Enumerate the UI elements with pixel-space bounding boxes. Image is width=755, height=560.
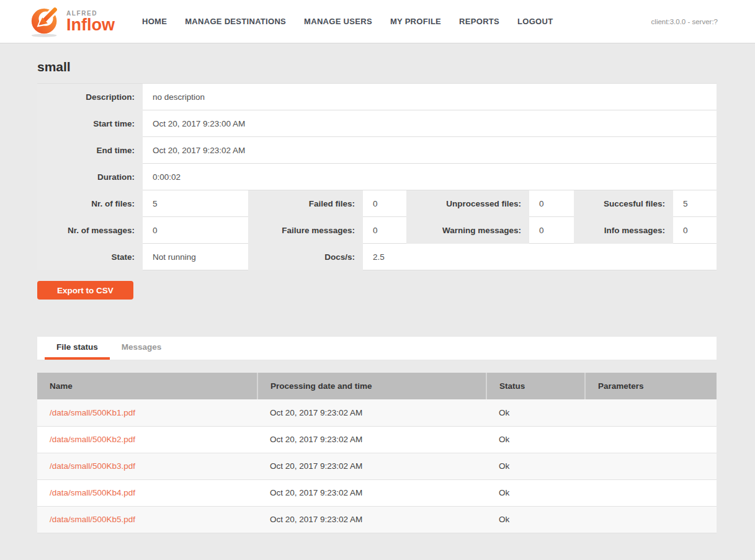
file-datetime: Oct 20, 2017 9:23:02 AM: [257, 399, 486, 426]
file-parameters: [585, 453, 717, 479]
table-row: /data/small/500Kb2.pdf Oct 20, 2017 9:23…: [37, 426, 717, 453]
file-link[interactable]: /data/small/500Kb1.pdf: [50, 408, 135, 417]
state-value: Not running: [143, 244, 248, 270]
nav-home[interactable]: HOME: [142, 17, 167, 26]
file-link[interactable]: /data/small/500Kb3.pdf: [50, 461, 135, 471]
table-row: /data/small/500Kb4.pdf Oct 20, 2017 9:23…: [37, 479, 717, 506]
column-header-processing-date: Processing date and time: [257, 373, 486, 399]
warning-messages-value: 0: [529, 217, 574, 244]
nav-manage-users[interactable]: MANAGE USERS: [304, 17, 372, 26]
export-to-csv-button[interactable]: Export to CSV: [37, 281, 133, 300]
end-time-label: End time:: [37, 137, 143, 164]
detail-row-start-time: Start time: Oct 20, 2017 9:23:00 AM: [37, 110, 717, 137]
start-time-value: Oct 20, 2017 9:23:00 AM: [143, 110, 717, 137]
file-parameters: [585, 506, 717, 533]
inflow-logo-icon: [28, 3, 64, 40]
file-datetime: Oct 20, 2017 9:23:02 AM: [257, 479, 486, 506]
file-datetime: Oct 20, 2017 9:23:02 AM: [257, 506, 486, 533]
nav-reports[interactable]: REPORTS: [459, 17, 499, 26]
table-row: /data/small/500Kb3.pdf Oct 20, 2017 9:23…: [37, 453, 717, 479]
unprocessed-files-label: Unprocessed files:: [406, 190, 529, 217]
unprocessed-files-value: 0: [529, 190, 574, 217]
main-content: small Description: no description Start …: [0, 43, 755, 533]
file-parameters: [585, 426, 717, 453]
page-title: small: [37, 43, 717, 83]
start-time-label: Start time:: [37, 110, 143, 137]
table-row: /data/small/500Kb1.pdf Oct 20, 2017 9:23…: [37, 399, 717, 426]
version-info: client:3.0.0 - server:?: [651, 18, 718, 25]
docs-per-second-value: 2.5: [363, 244, 717, 270]
file-link[interactable]: /data/small/500Kb4.pdf: [50, 488, 135, 497]
tab-messages[interactable]: Messages: [110, 337, 174, 360]
file-parameters: [585, 399, 717, 426]
file-status: Ok: [486, 479, 585, 506]
description-label: Description:: [37, 84, 143, 110]
nav-my-profile[interactable]: MY PROFILE: [390, 17, 441, 26]
file-status: Ok: [486, 506, 585, 533]
file-status-table: Name Processing date and time Status Par…: [37, 373, 717, 533]
state-label: State:: [37, 244, 143, 270]
failure-messages-label: Failure messages:: [248, 217, 363, 244]
job-details-table: Description: no description Start time: …: [37, 83, 717, 270]
duration-value: 0:00:02: [143, 164, 717, 190]
nav-manage-destinations[interactable]: MANAGE DESTINATIONS: [185, 17, 286, 26]
app-header: ALFRED Inflow HOME MANAGE DESTINATIONS M…: [0, 0, 755, 43]
main-nav: HOME MANAGE DESTINATIONS MANAGE USERS MY…: [142, 17, 553, 26]
logo-link[interactable]: ALFRED Inflow: [28, 3, 115, 40]
failed-files-label: Failed files:: [248, 190, 363, 217]
detail-row-description: Description: no description: [37, 84, 717, 110]
file-parameters: [585, 479, 717, 506]
file-table-header-row: Name Processing date and time Status Par…: [37, 373, 717, 399]
failed-files-value: 0: [363, 190, 406, 217]
info-messages-label: Info messages:: [574, 217, 673, 244]
duration-label: Duration:: [37, 164, 143, 190]
detail-row-state: State: Not running Docs/s: 2.5: [37, 244, 717, 270]
nr-messages-label: Nr. of messages:: [37, 217, 143, 244]
docs-per-second-label: Docs/s:: [248, 244, 363, 270]
column-header-parameters: Parameters: [585, 373, 717, 399]
file-datetime: Oct 20, 2017 9:23:02 AM: [257, 453, 486, 479]
nav-logout[interactable]: LOGOUT: [517, 17, 553, 26]
end-time-value: Oct 20, 2017 9:23:02 AM: [143, 137, 717, 164]
successful-files-label: Succesful files:: [574, 190, 673, 217]
info-messages-value: 0: [673, 217, 717, 244]
logo-inflow-label: Inflow: [66, 17, 115, 33]
detail-row-files: Nr. of files: 5 Failed files: 0 Unproces…: [37, 190, 717, 217]
file-link[interactable]: /data/small/500Kb2.pdf: [50, 435, 135, 444]
file-link[interactable]: /data/small/500Kb5.pdf: [50, 515, 135, 524]
detail-row-messages: Nr. of messages: 0 Failure messages: 0 W…: [37, 217, 717, 244]
logo-text: ALFRED Inflow: [66, 10, 115, 33]
successful-files-value: 5: [673, 190, 717, 217]
file-status: Ok: [486, 453, 585, 479]
nr-files-label: Nr. of files:: [37, 190, 143, 217]
file-status: Ok: [486, 399, 585, 426]
table-row: /data/small/500Kb5.pdf Oct 20, 2017 9:23…: [37, 506, 717, 533]
file-status: Ok: [486, 426, 585, 453]
detail-row-end-time: End time: Oct 20, 2017 9:23:02 AM: [37, 137, 717, 164]
warning-messages-label: Warning messages:: [406, 217, 529, 244]
nr-files-value: 5: [143, 190, 248, 217]
column-header-name: Name: [37, 373, 257, 399]
tab-file-status[interactable]: File status: [45, 337, 110, 360]
file-datetime: Oct 20, 2017 9:23:02 AM: [257, 426, 486, 453]
column-header-status: Status: [486, 373, 585, 399]
tab-bar: File status Messages: [37, 337, 717, 360]
detail-row-duration: Duration: 0:00:02: [37, 164, 717, 190]
failure-messages-value: 0: [363, 217, 406, 244]
nr-messages-value: 0: [143, 217, 248, 244]
description-value: no description: [143, 84, 717, 110]
